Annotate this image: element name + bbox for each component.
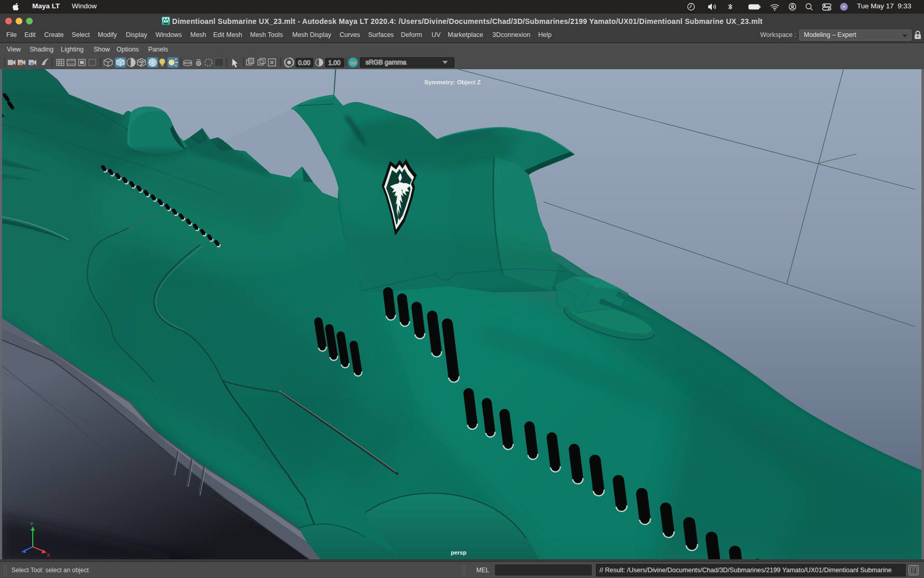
svg-text:Symmetry: Object Z: Symmetry: Object Z (424, 79, 481, 85)
svg-text:sRGB gamma: sRGB gamma (366, 59, 407, 66)
svg-text:persp: persp (451, 549, 466, 556)
svg-text:1.00: 1.00 (328, 59, 341, 67)
svg-text:ON: ON (350, 61, 356, 66)
svg-text:X: X (47, 553, 50, 558)
svg-text:Y: Y (30, 521, 33, 526)
svg-text:0.00: 0.00 (298, 59, 310, 67)
